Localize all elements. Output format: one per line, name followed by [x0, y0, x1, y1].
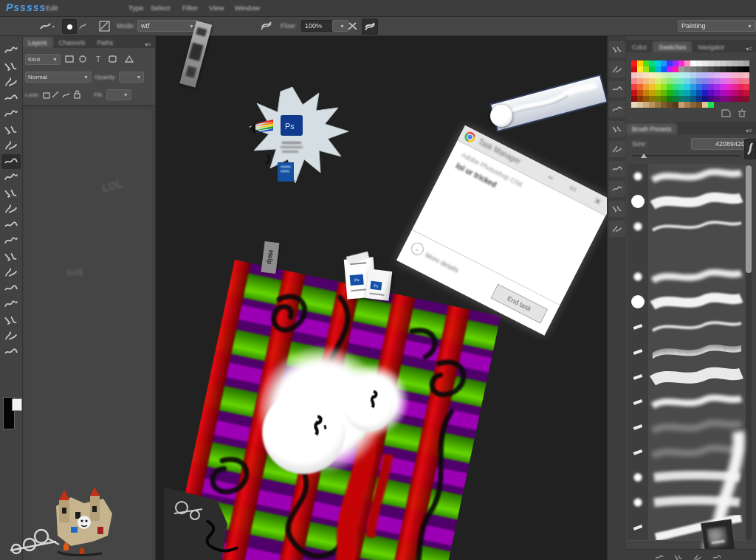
tool-type[interactable]	[1, 281, 21, 296]
tool-dodge[interactable]	[1, 249, 21, 264]
swatch[interactable]	[678, 84, 684, 90]
swatch[interactable]	[643, 66, 649, 72]
maximize-button[interactable]: ▭	[568, 183, 577, 193]
swatch[interactable]	[667, 102, 673, 108]
swatch[interactable]	[738, 84, 743, 90]
swatch[interactable]	[643, 102, 649, 108]
tab-navigator[interactable]: Navigator	[692, 41, 730, 52]
panel-icon-actions[interactable]	[609, 221, 625, 237]
fill-field[interactable]: ▼	[106, 89, 131, 100]
swatch[interactable]	[637, 78, 643, 84]
swatch[interactable]	[661, 90, 667, 96]
delete-brush-icon[interactable]	[712, 551, 722, 560]
swatch[interactable]	[678, 96, 684, 102]
tab-layers[interactable]: Layers	[22, 37, 53, 48]
swatch[interactable]	[696, 102, 702, 108]
swatch[interactable]	[714, 90, 720, 96]
swatch[interactable]	[637, 61, 643, 66]
swatch[interactable]	[714, 72, 720, 78]
swatch[interactable]	[661, 84, 667, 90]
swatch[interactable]	[637, 102, 643, 108]
swatch[interactable]	[696, 78, 702, 84]
swatch[interactable]	[673, 78, 678, 84]
swatch[interactable]	[655, 84, 661, 90]
tool-pen[interactable]	[1, 265, 21, 280]
swatch[interactable]	[667, 66, 673, 72]
swatch[interactable]	[673, 72, 678, 78]
brush-preset-row[interactable]	[628, 390, 746, 415]
swatch[interactable]	[732, 72, 738, 78]
tool-path-selection[interactable]	[1, 297, 21, 311]
tool-eyedropper[interactable]	[1, 122, 21, 137]
swatch[interactable]	[696, 61, 702, 66]
swatch[interactable]	[690, 96, 696, 102]
swatch[interactable]	[702, 102, 708, 108]
brush-preset-row[interactable]	[628, 214, 746, 240]
swatch[interactable]	[649, 84, 655, 90]
swatch[interactable]	[661, 102, 667, 108]
tool-quick-selection[interactable]	[1, 91, 21, 106]
swatch[interactable]	[720, 72, 726, 78]
swatch[interactable]	[732, 61, 738, 66]
swatch[interactable]	[690, 90, 696, 96]
swatch[interactable]	[708, 72, 714, 78]
swatch[interactable]	[655, 78, 661, 84]
tablet-pressure-toggle[interactable]	[62, 19, 77, 34]
swatch[interactable]	[743, 90, 749, 96]
swatch[interactable]	[696, 96, 702, 102]
brush-preset-row[interactable]	[628, 364, 746, 390]
swatch[interactable]	[661, 78, 667, 84]
swatch[interactable]	[678, 90, 684, 96]
swatch[interactable]	[637, 66, 643, 72]
opacity-field[interactable]: ▼	[119, 72, 144, 83]
swatch[interactable]	[708, 96, 714, 102]
swatch[interactable]	[726, 96, 732, 102]
swatch[interactable]	[726, 61, 732, 66]
swatch[interactable]	[708, 90, 714, 96]
swatch[interactable]	[726, 90, 732, 96]
panel-icon-mini-bridge[interactable]	[609, 41, 625, 58]
panel-menu-icon[interactable]: ▾≡	[742, 46, 756, 52]
brush-preset-row[interactable]	[628, 189, 746, 215]
panel-icon-styles[interactable]	[609, 121, 625, 137]
swatch[interactable]	[714, 61, 720, 66]
swatch[interactable]	[743, 84, 749, 90]
tool-spot-healing[interactable]	[1, 138, 21, 153]
swatch[interactable]	[667, 84, 673, 90]
swatch[interactable]	[720, 90, 726, 96]
swatch[interactable]	[631, 102, 637, 108]
swatch[interactable]	[738, 90, 743, 96]
swatch[interactable]	[720, 84, 726, 90]
swatch[interactable]	[732, 84, 738, 90]
swatch[interactable]	[702, 78, 708, 84]
swatch[interactable]	[655, 90, 661, 96]
swatch[interactable]	[631, 96, 637, 102]
swatch[interactable]	[743, 78, 749, 84]
size-slider-track[interactable]	[632, 155, 740, 156]
menu-item-type[interactable]: Type	[128, 4, 144, 12]
swatch[interactable]	[678, 66, 684, 72]
pattern-icon[interactable]	[97, 19, 111, 32]
panel-icon-info[interactable]	[609, 201, 625, 217]
create-new-brush-icon[interactable]	[693, 551, 703, 560]
swatch[interactable]	[690, 66, 696, 72]
swatch[interactable]	[720, 78, 726, 84]
swatch[interactable]	[667, 72, 673, 78]
kind-filter-select[interactable]: Kind▼	[25, 54, 61, 65]
swatch[interactable]	[661, 72, 667, 78]
swatch[interactable]	[649, 66, 655, 72]
swatch[interactable]	[732, 90, 738, 96]
swatch[interactable]	[631, 66, 637, 72]
swatch[interactable]	[649, 72, 655, 78]
swatch[interactable]	[743, 61, 749, 66]
swatch[interactable]	[655, 66, 661, 72]
swatch[interactable]	[673, 96, 678, 102]
swatches-footer-icons[interactable]	[721, 108, 750, 118]
minimize-button[interactable]: –	[546, 172, 555, 184]
size-value-field[interactable]: 42089420	[691, 138, 749, 150]
swatch[interactable]	[696, 90, 702, 96]
tool-brush[interactable]	[1, 154, 21, 169]
swatch[interactable]	[637, 90, 643, 96]
background-color-swatch[interactable]	[12, 398, 22, 411]
brush-preset-row[interactable]	[628, 314, 746, 340]
